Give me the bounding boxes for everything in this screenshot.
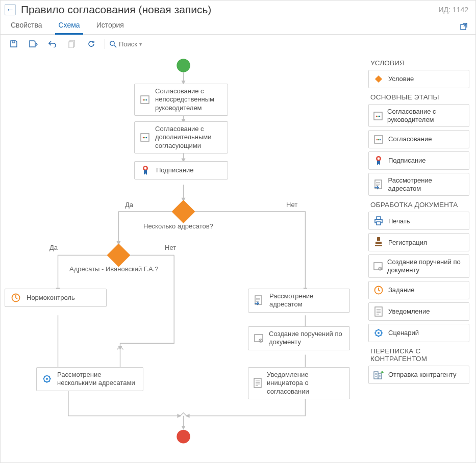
palette-group: ПЕРЕПИСКА С КОНТРАГЕНТОМОтправка контраг… [368, 347, 469, 384]
palette-item-label: Рассмотрение адресатом [388, 176, 465, 192]
palette-group: УСЛОВИЯУсловие [368, 59, 469, 88]
gear-blue-icon [373, 327, 384, 339]
palette-item[interactable]: Согласование [368, 130, 469, 148]
tabs: Свойства Схема История [1, 17, 475, 35]
svg-rect-24 [254, 378, 261, 388]
palette-item-label: Согласование [388, 135, 432, 143]
svg-point-18 [144, 167, 147, 170]
svg-point-10 [143, 99, 144, 101]
svg-rect-6 [172, 200, 195, 223]
save-as-button[interactable] [27, 38, 39, 50]
palette-item-label: Уведомление [388, 307, 430, 316]
palette-item-label: Задание [388, 286, 415, 294]
svg-rect-42 [375, 242, 382, 244]
node-signing[interactable]: Подписание [134, 161, 228, 179]
chevron-down-icon: ▾ [139, 41, 142, 47]
svg-point-37 [378, 158, 380, 160]
stamp-icon [373, 237, 384, 248]
popout-icon[interactable] [459, 22, 468, 31]
palette-item[interactable]: Регистрация [368, 233, 469, 251]
cal-gear-icon [373, 261, 383, 272]
node-review-addressee[interactable]: Рассмотрение адресатом [248, 289, 350, 313]
svg-rect-43 [375, 245, 382, 246]
svg-point-50 [378, 332, 380, 334]
palette-group-title: ОБРАБОТКА ДОКУМЕНТА [370, 201, 469, 209]
palette-group-title: УСЛОВИЯ [370, 59, 469, 67]
svg-point-16 [146, 137, 147, 139]
svg-rect-21 [255, 335, 263, 342]
svg-rect-3 [69, 42, 73, 48]
search-label: Поиск [119, 40, 137, 48]
node-label: Подписание [156, 166, 194, 174]
save-button[interactable] [8, 38, 20, 50]
palette-item[interactable]: Задание [368, 281, 469, 299]
palette-item[interactable]: Подписание [368, 151, 469, 170]
tab-scheme[interactable]: Схема [55, 17, 83, 34]
svg-point-33 [377, 139, 378, 141]
calendar-icon [140, 132, 150, 143]
copy-button [66, 38, 78, 50]
palette-item[interactable]: Печать [368, 212, 469, 230]
printer-icon [373, 215, 384, 226]
palette-group: ОБРАБОТКА ДОКУМЕНТАПечатьРегистрацияСозд… [368, 201, 469, 342]
cal-dots-icon [373, 134, 384, 145]
palette-item[interactable]: Условие [368, 70, 469, 88]
palette-item-label: Подписание [388, 157, 426, 165]
search-dropdown[interactable]: Поиск ▾ [109, 40, 142, 48]
palette-group-title: ПЕРЕПИСКА С КОНТРАГЕНТОМ [370, 347, 469, 363]
palette-item-label: Согласование с руководителем [387, 108, 465, 123]
palette-item[interactable]: Создание поручений по документу [368, 254, 469, 277]
node-approval-direct[interactable]: Согласование с непосредственным руководи… [134, 84, 228, 116]
palette-item[interactable]: Рассмотрение адресатом [368, 173, 469, 196]
building-icon [373, 369, 384, 380]
svg-rect-51 [374, 372, 378, 379]
doc-lines-icon [254, 377, 262, 389]
svg-point-31 [379, 115, 381, 117]
branch-no: Нет [165, 244, 176, 251]
node-approval-additional[interactable]: Согласование с дополнительными согласующ… [134, 121, 228, 153]
palette-item-label: Создание поручений по документу [387, 258, 465, 274]
node-create-orders[interactable]: Создание поручений по документу [248, 326, 350, 350]
node-label: Создание поручений по документу [269, 330, 344, 347]
doc-arrow-icon [373, 179, 384, 190]
page-title: Правило согласования (новая запись) [21, 4, 439, 16]
toolbar: Поиск ▾ [1, 35, 475, 53]
svg-rect-27 [375, 75, 382, 83]
svg-rect-41 [377, 222, 381, 225]
doc-arrow-icon [254, 295, 264, 306]
seal-icon [373, 155, 384, 166]
palette-item-label: Регистрация [388, 239, 427, 247]
node-review-multiple[interactable]: Рассмотрение несколькими адресатами [36, 367, 143, 391]
refresh-button[interactable] [85, 38, 97, 50]
palette-item[interactable]: Сценарий [368, 324, 469, 342]
palette-group: ОСНОВНЫЕ ЭТАПЫСогласование с руководител… [368, 93, 469, 196]
gear-blue-icon [42, 373, 52, 384]
tab-history[interactable]: История [93, 17, 127, 34]
svg-point-46 [380, 268, 381, 269]
palette: УСЛОВИЯУсловиеОСНОВНЫЕ ЭТАПЫСогласование… [366, 53, 475, 462]
node-label: Согласование с дополнительными согласующ… [155, 125, 222, 150]
svg-point-29 [376, 115, 378, 117]
svg-point-5 [177, 59, 190, 72]
palette-item[interactable]: Отправка контрагенту [368, 366, 469, 384]
svg-point-26 [46, 378, 48, 380]
svg-rect-7 [107, 243, 130, 267]
palette-item-label: Сценарий [388, 329, 419, 337]
node-normocontrol[interactable]: Нормоконтроль [5, 289, 107, 307]
calendar-icon [140, 94, 150, 105]
flow-canvas[interactable]: Согласование с непосредственным руководи… [1, 53, 366, 462]
palette-item-label: Условие [388, 75, 414, 83]
svg-rect-44 [374, 263, 382, 270]
undo-button[interactable] [46, 38, 59, 50]
back-button[interactable]: ← [5, 4, 16, 15]
svg-rect-1 [12, 41, 15, 43]
tab-properties[interactable]: Свойства [8, 17, 45, 34]
palette-item[interactable]: Уведомление [368, 302, 469, 321]
node-notify-initiator[interactable]: Уведомление инициатора о согласовании [248, 367, 350, 399]
cal-dots-icon [373, 110, 383, 121]
palette-item[interactable]: Согласование с руководителем [368, 104, 469, 127]
doc-lines-icon [373, 306, 384, 317]
svg-rect-52 [378, 374, 382, 379]
svg-point-34 [378, 139, 380, 141]
node-label: Рассмотрение несколькими адресатами [57, 371, 138, 388]
